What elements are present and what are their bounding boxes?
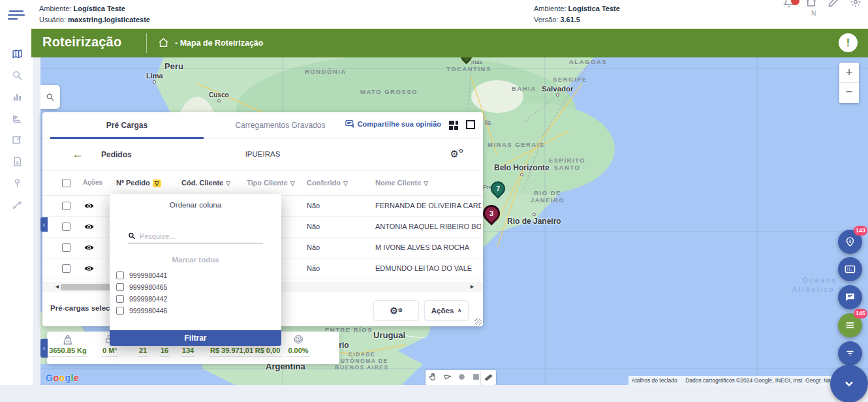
map-search-button[interactable] (40, 85, 60, 109)
select-all-label[interactable]: Marcar todos (110, 256, 281, 264)
breadcrumb-home-icon[interactable] (158, 37, 169, 51)
measure-ruler-button[interactable] (481, 370, 496, 385)
pan-hand-icon[interactable] (429, 372, 437, 384)
view-eye-icon[interactable] (84, 243, 94, 254)
hamburger-menu-icon[interactable] (8, 8, 25, 21)
filter-search-input[interactable] (140, 232, 263, 240)
footer-gears-button[interactable]: ⚙⚙ (373, 300, 419, 320)
column-cod-cliente[interactable]: Cód. Cliente▽ (181, 179, 230, 187)
select-all-checkbox[interactable] (62, 179, 70, 187)
map-credits: Dados cartográficos ©2024 Google, INEGI,… (685, 377, 845, 384)
sidebar-item-routes[interactable] (0, 108, 34, 129)
panel-city-name: IPUEIRAS (42, 150, 483, 158)
svg-text:Kg: Kg (66, 339, 70, 343)
filter-icon-conferido[interactable]: ▽ (343, 180, 348, 187)
sidebar-item-edit[interactable] (0, 129, 34, 151)
panel-layout-icon[interactable] (449, 121, 458, 130)
home-icon[interactable] (805, 0, 817, 10)
user-name: maxstring.logisticateste (68, 16, 150, 23)
module-title: Roteirização (42, 35, 121, 50)
option-checkbox[interactable] (116, 295, 124, 303)
zoom-out-button[interactable]: − (839, 83, 859, 102)
row-checkbox[interactable] (62, 202, 70, 210)
filter-option[interactable]: 9999980446 (116, 307, 167, 315)
map-label-ocean-line1: Oceano (803, 277, 837, 284)
column-acoes: Ações (83, 179, 102, 186)
scroll-left-arrow[interactable]: ◄ (54, 283, 60, 290)
view-eye-icon[interactable] (84, 223, 94, 233)
table-header: Ações Nº Pedido▽ Cód. Cliente▽ Tipo Clie… (42, 171, 483, 196)
sidebar-item-search[interactable] (0, 65, 34, 86)
map-label-lima: Lima (146, 72, 163, 84)
filter-option[interactable]: 9999980442 (116, 295, 167, 303)
column-n-pedido[interactable]: Nº Pedido▽ (116, 179, 161, 187)
view-eye-icon[interactable] (84, 264, 94, 275)
stats-collapse-chevron[interactable]: ‹ (40, 339, 48, 358)
panel-collapse-chevron[interactable]: ‹ (40, 217, 48, 232)
feedback-link[interactable]: Compartilhe sua opinião (345, 120, 441, 128)
row-checkbox[interactable] (62, 264, 70, 273)
cell-conferido: Não (307, 202, 320, 209)
cell-conferido: Não (307, 223, 320, 230)
alert-exclamation-button[interactable]: ! (839, 33, 858, 52)
sidebar-item-reports[interactable] (0, 86, 34, 108)
fab-filter-button[interactable] (838, 341, 862, 365)
rectangle-draw-icon[interactable] (472, 372, 480, 384)
sidebar-item-pin[interactable] (0, 172, 34, 194)
notifications-bell-icon[interactable] (783, 0, 795, 10)
panel-maximize-icon[interactable] (466, 120, 475, 129)
option-checkbox[interactable] (116, 271, 124, 279)
column-settings-gears-icon[interactable]: ⚙⚙ (450, 148, 463, 160)
row-checkbox[interactable] (62, 223, 70, 231)
cell-conferido: Não (307, 264, 320, 272)
filter-option[interactable]: 9999980441 (116, 271, 167, 279)
sidebar-item-map[interactable] (0, 43, 34, 65)
map-zoom-control: + − (839, 63, 859, 103)
acoes-button[interactable]: Ações∧ (424, 300, 469, 320)
top-header: Ambiente: Logística Teste Usuário: maxst… (0, 0, 868, 29)
environment-info-left: Ambiente: Logística Teste Usuário: maxst… (39, 3, 150, 25)
google-logo: Google (46, 373, 79, 383)
tab-carregamentos-gravados[interactable]: Carregamentos Gravados (204, 112, 357, 138)
column-tipo-cliente[interactable]: Tipo Cliente▽ (247, 179, 295, 187)
fab-card-button[interactable] (838, 257, 862, 281)
keyboard-shortcuts-link[interactable]: Atalhos do teclado (632, 377, 677, 384)
panel-resize-handle[interactable] (475, 318, 482, 325)
stat-weight: Kg 3650.85 Kg (48, 334, 87, 357)
scroll-right-arrow[interactable]: ► (469, 283, 475, 290)
filter-icon-cod-cliente[interactable]: ▽ (226, 180, 230, 187)
sidebar-item-document[interactable] (0, 151, 34, 172)
column-nome-cliente[interactable]: Nome Cliente▽ (375, 179, 428, 187)
option-checkbox[interactable] (116, 283, 124, 291)
circle-draw-icon[interactable] (457, 372, 466, 384)
filter-option[interactable]: 9999980465 (116, 283, 167, 291)
filter-icon-nome-cliente[interactable]: ▽ (424, 180, 428, 187)
sidebar-item-tools[interactable] (0, 194, 34, 215)
map-label-belo-horizonte: Belo Horizonte (494, 163, 550, 176)
settings-gear-icon[interactable] (850, 0, 861, 10)
column-conferido[interactable]: Conferido▽ (307, 179, 348, 187)
map-draw-toolbar (426, 370, 484, 385)
map-label-rondonia: RONDÔNIA (305, 68, 347, 75)
map-label-rio-city: Rio de Janeiro (507, 213, 561, 226)
row-checkbox[interactable] (62, 243, 70, 252)
polygon-draw-icon[interactable] (443, 372, 452, 384)
filter-icon-tipo-cliente[interactable]: ▽ (290, 180, 295, 187)
tab-pre-cargas[interactable]: Pré Cargas (50, 112, 204, 138)
breadcrumb: - Mapa de Roteirização (175, 39, 263, 48)
fab-chat-button[interactable] (838, 285, 862, 309)
edit-pencil-icon[interactable] (828, 0, 839, 10)
stat-percent: $ 0.00% (287, 334, 309, 357)
cell-nome-cliente: FERNANDA DE OLIVEIRA CARDOS (375, 202, 481, 209)
view-eye-icon[interactable] (84, 202, 94, 212)
zoom-in-button[interactable]: + (839, 63, 859, 83)
filter-icon-n-pedido[interactable]: ▽ (153, 179, 161, 187)
search-icon (128, 232, 136, 240)
version-number: 3.61.5 (560, 16, 580, 23)
option-checkbox[interactable] (116, 307, 124, 315)
fab-badge-locations: 143 (854, 226, 867, 236)
coin-percent-icon: $ (287, 334, 309, 346)
filtrar-button[interactable]: Filtrar (110, 330, 281, 346)
fab-expand-button[interactable] (830, 365, 868, 402)
cell-nome-cliente: EDMUNDO LEITAO DO VALE (375, 264, 481, 272)
